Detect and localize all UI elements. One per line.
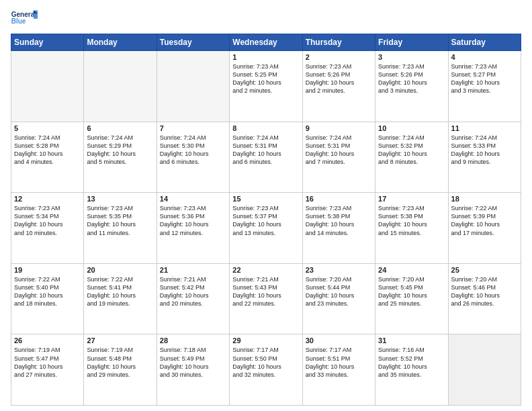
svg-text:Blue: Blue [11, 17, 26, 25]
calendar-table: SundayMondayTuesdayWednesdayThursdayFrid… [11, 34, 521, 406]
col-header-sunday: Sunday [11, 34, 84, 51]
day-number: 15 [232, 195, 299, 203]
calendar-cell: 4Sunrise: 7:23 AM Sunset: 5:27 PM Daylig… [448, 51, 521, 122]
col-header-tuesday: Tuesday [157, 34, 229, 51]
week-row-4: 26Sunrise: 7:19 AM Sunset: 5:47 PM Dayli… [11, 334, 521, 406]
calendar-cell: 14Sunrise: 7:23 AM Sunset: 5:36 PM Dayli… [157, 193, 229, 264]
week-row-0: 1Sunrise: 7:23 AM Sunset: 5:25 PM Daylig… [11, 51, 521, 122]
calendar-cell [84, 51, 157, 122]
logo: General Blue [11, 8, 38, 28]
calendar-cell: 12Sunrise: 7:23 AM Sunset: 5:34 PM Dayli… [11, 193, 84, 264]
cell-info: Sunrise: 7:20 AM Sunset: 5:45 PM Dayligh… [378, 275, 445, 308]
col-header-saturday: Saturday [448, 34, 521, 51]
logo-svg: General Blue [11, 8, 38, 28]
cell-info: Sunrise: 7:22 AM Sunset: 5:39 PM Dayligh… [451, 204, 518, 237]
calendar-cell: 18Sunrise: 7:22 AM Sunset: 5:39 PM Dayli… [448, 193, 521, 264]
svg-text:General: General [11, 11, 36, 18]
day-number: 23 [306, 266, 372, 274]
col-header-thursday: Thursday [302, 34, 375, 51]
calendar-cell: 29Sunrise: 7:17 AM Sunset: 5:50 PM Dayli… [230, 334, 302, 406]
calendar-cell: 30Sunrise: 7:17 AM Sunset: 5:51 PM Dayli… [302, 334, 375, 406]
calendar-cell: 17Sunrise: 7:23 AM Sunset: 5:38 PM Dayli… [375, 193, 448, 264]
calendar-cell: 26Sunrise: 7:19 AM Sunset: 5:47 PM Dayli… [11, 334, 84, 406]
cell-info: Sunrise: 7:21 AM Sunset: 5:42 PM Dayligh… [160, 275, 226, 308]
day-number: 2 [306, 53, 372, 61]
cell-info: Sunrise: 7:23 AM Sunset: 5:36 PM Dayligh… [160, 204, 226, 237]
day-number: 4 [451, 53, 518, 61]
calendar-cell: 15Sunrise: 7:23 AM Sunset: 5:37 PM Dayli… [230, 193, 302, 264]
cell-info: Sunrise: 7:22 AM Sunset: 5:40 PM Dayligh… [14, 275, 81, 308]
cell-info: Sunrise: 7:24 AM Sunset: 5:29 PM Dayligh… [87, 134, 153, 167]
cell-info: Sunrise: 7:17 AM Sunset: 5:51 PM Dayligh… [306, 346, 372, 379]
cell-info: Sunrise: 7:23 AM Sunset: 5:26 PM Dayligh… [306, 62, 372, 95]
day-number: 20 [87, 266, 153, 274]
calendar-cell: 20Sunrise: 7:22 AM Sunset: 5:41 PM Dayli… [84, 263, 157, 334]
calendar-cell [448, 334, 521, 406]
calendar-cell: 2Sunrise: 7:23 AM Sunset: 5:26 PM Daylig… [302, 51, 375, 122]
calendar-cell: 6Sunrise: 7:24 AM Sunset: 5:29 PM Daylig… [84, 122, 157, 193]
day-number: 25 [451, 266, 518, 274]
calendar-cell: 8Sunrise: 7:24 AM Sunset: 5:31 PM Daylig… [230, 122, 302, 193]
day-number: 27 [87, 336, 153, 345]
calendar-cell: 3Sunrise: 7:23 AM Sunset: 5:26 PM Daylig… [375, 51, 448, 122]
day-number: 13 [87, 195, 153, 203]
cell-info: Sunrise: 7:20 AM Sunset: 5:46 PM Dayligh… [451, 275, 518, 308]
calendar-cell: 10Sunrise: 7:24 AM Sunset: 5:32 PM Dayli… [375, 122, 448, 193]
calendar-cell [11, 51, 84, 122]
cell-info: Sunrise: 7:20 AM Sunset: 5:44 PM Dayligh… [306, 275, 372, 308]
day-number: 17 [378, 195, 445, 203]
cell-info: Sunrise: 7:24 AM Sunset: 5:30 PM Dayligh… [160, 134, 226, 167]
day-number: 7 [160, 124, 226, 132]
day-number: 3 [378, 53, 445, 61]
calendar-cell: 28Sunrise: 7:18 AM Sunset: 5:49 PM Dayli… [157, 334, 229, 406]
calendar-cell: 27Sunrise: 7:19 AM Sunset: 5:48 PM Dayli… [84, 334, 157, 406]
calendar-cell: 19Sunrise: 7:22 AM Sunset: 5:40 PM Dayli… [11, 263, 84, 334]
day-number: 5 [14, 124, 81, 132]
header-row: SundayMondayTuesdayWednesdayThursdayFrid… [11, 34, 521, 51]
cell-info: Sunrise: 7:23 AM Sunset: 5:35 PM Dayligh… [87, 204, 153, 237]
cell-info: Sunrise: 7:18 AM Sunset: 5:49 PM Dayligh… [160, 346, 226, 379]
day-number: 10 [378, 124, 445, 132]
calendar-cell: 24Sunrise: 7:20 AM Sunset: 5:45 PM Dayli… [375, 263, 448, 334]
logo-icon: General Blue [11, 8, 38, 28]
day-number: 31 [378, 336, 445, 345]
calendar-cell: 5Sunrise: 7:24 AM Sunset: 5:28 PM Daylig… [11, 122, 84, 193]
calendar-cell: 7Sunrise: 7:24 AM Sunset: 5:30 PM Daylig… [157, 122, 229, 193]
calendar-cell: 25Sunrise: 7:20 AM Sunset: 5:46 PM Dayli… [448, 263, 521, 334]
cell-info: Sunrise: 7:23 AM Sunset: 5:38 PM Dayligh… [378, 204, 445, 237]
week-row-2: 12Sunrise: 7:23 AM Sunset: 5:34 PM Dayli… [11, 193, 521, 264]
cell-info: Sunrise: 7:19 AM Sunset: 5:48 PM Dayligh… [87, 346, 153, 379]
cell-info: Sunrise: 7:21 AM Sunset: 5:43 PM Dayligh… [232, 275, 299, 308]
calendar-cell: 9Sunrise: 7:24 AM Sunset: 5:31 PM Daylig… [302, 122, 375, 193]
calendar-cell: 23Sunrise: 7:20 AM Sunset: 5:44 PM Dayli… [302, 263, 375, 334]
calendar-cell: 22Sunrise: 7:21 AM Sunset: 5:43 PM Dayli… [230, 263, 302, 334]
cell-info: Sunrise: 7:23 AM Sunset: 5:25 PM Dayligh… [232, 62, 299, 95]
calendar-page: General Blue SundayMondayTuesdayWednesda… [0, 0, 532, 411]
day-number: 19 [14, 266, 81, 274]
day-number: 21 [160, 266, 226, 274]
day-number: 1 [232, 53, 299, 61]
header: General Blue [11, 8, 521, 28]
day-number: 9 [306, 124, 372, 132]
cell-info: Sunrise: 7:24 AM Sunset: 5:31 PM Dayligh… [232, 134, 299, 167]
calendar-cell: 16Sunrise: 7:23 AM Sunset: 5:38 PM Dayli… [302, 193, 375, 264]
day-number: 8 [232, 124, 299, 132]
calendar-cell: 21Sunrise: 7:21 AM Sunset: 5:42 PM Dayli… [157, 263, 229, 334]
cell-info: Sunrise: 7:17 AM Sunset: 5:50 PM Dayligh… [232, 346, 299, 379]
week-row-3: 19Sunrise: 7:22 AM Sunset: 5:40 PM Dayli… [11, 263, 521, 334]
day-number: 12 [14, 195, 81, 203]
cell-info: Sunrise: 7:23 AM Sunset: 5:34 PM Dayligh… [14, 204, 81, 237]
calendar-cell: 11Sunrise: 7:24 AM Sunset: 5:33 PM Dayli… [448, 122, 521, 193]
cell-info: Sunrise: 7:19 AM Sunset: 5:47 PM Dayligh… [14, 346, 81, 379]
day-number: 26 [14, 336, 81, 345]
col-header-monday: Monday [84, 34, 157, 51]
day-number: 22 [232, 266, 299, 274]
col-header-friday: Friday [375, 34, 448, 51]
calendar-cell: 1Sunrise: 7:23 AM Sunset: 5:25 PM Daylig… [230, 51, 302, 122]
cell-info: Sunrise: 7:23 AM Sunset: 5:38 PM Dayligh… [306, 204, 372, 237]
day-number: 11 [451, 124, 518, 132]
cell-info: Sunrise: 7:24 AM Sunset: 5:32 PM Dayligh… [378, 134, 445, 167]
cell-info: Sunrise: 7:23 AM Sunset: 5:26 PM Dayligh… [378, 62, 445, 95]
day-number: 6 [87, 124, 153, 132]
cell-info: Sunrise: 7:24 AM Sunset: 5:31 PM Dayligh… [306, 134, 372, 167]
